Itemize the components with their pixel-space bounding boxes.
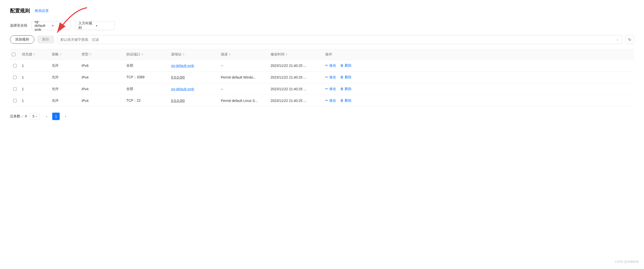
select-all-checkbox[interactable] <box>12 53 16 56</box>
row-source[interactable]: sg-default-smb <box>169 64 219 68</box>
edit-icon[interactable]: ✏ 修改 <box>325 64 336 68</box>
row-priority: 1 <box>20 87 50 91</box>
direction-value: 入方向规则 <box>78 21 94 30</box>
row-modified-time: 2023/11/22 21:40:25 ... <box>268 99 323 103</box>
sort-icon[interactable]: ⇅ <box>286 53 288 56</box>
row-action-cell: ✏ 修改 🗑 删除 <box>323 87 358 91</box>
add-rule-button[interactable]: 添加规则 <box>10 35 34 44</box>
page-header: 配置规则 教我设置 <box>10 8 634 14</box>
row-description: Permit default Linux S... <box>219 99 268 103</box>
filter-row: 选择安全组 sg-default-smb ▾ 入方向规则 ▾ <box>10 21 634 30</box>
row-checkbox[interactable] <box>13 99 17 102</box>
delete-action[interactable]: 🗑 删除 <box>340 98 352 103</box>
table-body: 1 允许 IPv6 全部 sg-default-smb -- 2023/11/2… <box>10 60 634 107</box>
delete-action[interactable]: 🗑 删除 <box>340 75 352 80</box>
row-type: IPv4 <box>80 75 124 79</box>
row-action-cell: ✏ 修改 🗑 删除 <box>323 64 358 68</box>
delete-button[interactable]: 删除 <box>37 36 54 44</box>
sort-icon[interactable]: ⇅ <box>182 53 184 56</box>
page-nav: ‹ 1 › <box>43 112 69 120</box>
sort-icon[interactable]: ⇅ <box>90 53 92 56</box>
prev-page-button[interactable]: ‹ <box>43 112 50 120</box>
row-action-cell: ✏ 修改 🗑 删除 <box>323 98 358 103</box>
rules-table: 优先级 ⇅ 策略 ⇅ 类型 ⇅ 协议端口 ⇅ 源地址 ⇅ 描述 ⇅ 修改时间 ⇅… <box>10 49 634 107</box>
edit-icon[interactable]: ✏ 修改 <box>325 87 336 91</box>
direction-dropdown[interactable]: 入方向规则 ▾ <box>75 21 115 30</box>
row-source[interactable]: sg-default-smb <box>169 87 219 91</box>
sort-icon[interactable]: ⇅ <box>33 53 35 56</box>
chevron-down-icon: ▾ <box>96 24 112 27</box>
edit-icon[interactable]: ✏ 修改 <box>325 98 336 103</box>
row-port: TCP：22 <box>124 98 169 103</box>
th-checkbox <box>10 52 20 57</box>
delete-action[interactable]: 🗑 删除 <box>340 64 352 68</box>
row-action-cell: ✏ 修改 🗑 删除 <box>323 75 358 80</box>
row-policy: 允许 <box>50 75 80 80</box>
total-label: 总条数： 4 <box>10 114 27 118</box>
row-port: 全部 <box>124 87 169 91</box>
pagination-row: 总条数： 4 5 ▾ ‹ 1 › <box>10 112 634 120</box>
row-description: -- <box>219 64 268 68</box>
row-source: 0.0.0.0/0 <box>169 75 219 79</box>
row-checkbox-cell <box>10 64 20 67</box>
row-description: Permit default Windo... <box>219 75 268 79</box>
row-priority: 1 <box>20 99 50 103</box>
row-policy: 允许 <box>50 64 80 68</box>
page-size-select[interactable]: 5 ▾ <box>30 113 40 120</box>
current-page[interactable]: 1 <box>52 112 60 120</box>
search-box: ⌕ <box>57 35 622 44</box>
row-policy: 允许 <box>50 98 80 103</box>
table-row: 1 允许 IPv6 全部 sg-default-smb -- 2023/11/2… <box>10 60 634 72</box>
th-source: 源地址 ⇅ <box>169 52 219 57</box>
table-row: 1 允许 IPv4 TCP：22 0.0.0.0/0 Permit defaul… <box>10 95 634 107</box>
row-source: 0.0.0.0/0 <box>169 99 219 103</box>
row-checkbox[interactable] <box>13 76 17 79</box>
sort-icon[interactable]: ⇅ <box>141 53 143 56</box>
row-checkbox-cell <box>10 87 20 91</box>
row-modified-time: 2023/11/22 21:40:25 ... <box>268 64 323 68</box>
row-policy: 允许 <box>50 87 80 91</box>
row-priority: 1 <box>20 75 50 79</box>
chevron-down-icon: ▾ <box>36 115 37 118</box>
th-policy: 策略 ⇅ <box>50 52 80 57</box>
edit-icon[interactable]: ✏ 修改 <box>325 75 336 80</box>
row-port: TCP：3389 <box>124 75 169 80</box>
th-port: 协议端口 ⇅ <box>124 52 169 57</box>
table-row: 1 允许 IPv4 全部 sg-default-smb -- 2023/11/2… <box>10 83 634 95</box>
row-modified-time: 2023/11/22 21:40:25 ... <box>268 75 323 79</box>
sort-icon[interactable]: ⇅ <box>229 53 231 56</box>
chevron-down-icon: ▾ <box>52 24 68 27</box>
security-group-value: sg-default-smb <box>34 20 50 32</box>
row-type: IPv4 <box>80 99 124 103</box>
toolbar-row: 添加规则 删除 ⌕ ↻ <box>10 35 634 44</box>
row-checkbox[interactable] <box>13 64 17 67</box>
row-checkbox-cell <box>10 99 20 102</box>
search-icon: ⌕ <box>616 37 619 42</box>
row-priority: 1 <box>20 64 50 68</box>
th-modified-time: 修改时间 ⇅ <box>268 52 323 57</box>
th-action: 操作 <box>323 52 358 57</box>
row-checkbox[interactable] <box>13 87 17 91</box>
table-row: 1 允许 IPv4 TCP：3389 0.0.0.0/0 Permit defa… <box>10 72 634 83</box>
page-title: 配置规则 <box>10 8 30 14</box>
th-type: 类型 ⇅ <box>80 52 124 57</box>
row-description: -- <box>219 87 268 91</box>
row-port: 全部 <box>124 64 169 68</box>
table-header: 优先级 ⇅ 策略 ⇅ 类型 ⇅ 协议端口 ⇅ 源地址 ⇅ 描述 ⇅ 修改时间 ⇅… <box>10 49 634 60</box>
delete-action[interactable]: 🗑 删除 <box>340 87 352 91</box>
row-checkbox-cell <box>10 76 20 79</box>
next-page-button[interactable]: › <box>62 112 69 120</box>
row-modified-time: 2023/11/22 21:40:25 ... <box>268 87 323 91</box>
row-type: IPv4 <box>80 87 124 91</box>
search-input[interactable] <box>60 38 616 42</box>
th-priority: 优先级 ⇅ <box>20 52 50 57</box>
sort-icon[interactable]: ⇅ <box>60 53 62 56</box>
refresh-button[interactable]: ↻ <box>625 35 634 44</box>
th-description: 描述 ⇅ <box>219 52 268 57</box>
help-link[interactable]: 教我设置 <box>35 9 49 13</box>
row-type: IPv6 <box>80 64 124 68</box>
security-group-label: 选择安全组 <box>10 23 27 28</box>
security-group-dropdown[interactable]: sg-default-smb ▾ <box>31 21 71 30</box>
watermark: CSDN @失眠时间 <box>615 260 639 264</box>
